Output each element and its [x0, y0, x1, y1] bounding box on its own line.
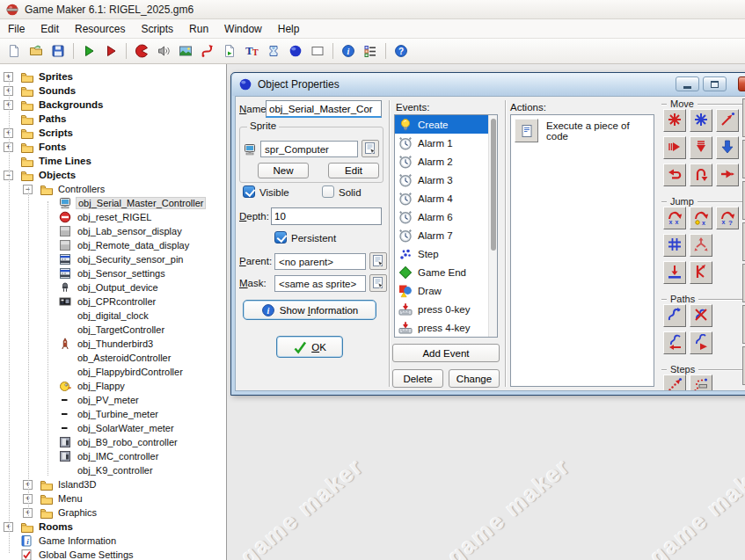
- font-button[interactable]: TT: [241, 40, 262, 62]
- move-fixed-action-button[interactable]: [663, 109, 686, 132]
- tree-item[interactable]: obj_IMC_controller: [0, 449, 226, 463]
- ok-button[interactable]: OK: [276, 336, 343, 358]
- sound-button[interactable]: [153, 40, 174, 62]
- tree-item[interactable]: Time Lines: [0, 154, 226, 168]
- tree-item[interactable]: −Controllers: [0, 182, 226, 196]
- tree-item[interactable]: +Sounds: [0, 84, 226, 98]
- parent-menu-button[interactable]: [369, 252, 387, 270]
- jump-random-action-button[interactable]: x?: [716, 207, 739, 229]
- event-item[interactable]: Alarm 2: [395, 152, 497, 171]
- minimize-button[interactable]: [676, 76, 699, 91]
- tree-item[interactable]: obj_Security_sensor_pin: [0, 252, 226, 266]
- menu-window[interactable]: Window: [216, 20, 270, 38]
- tree-item[interactable]: obj_Sensor_settings: [0, 266, 226, 280]
- persistent-checkbox[interactable]: [274, 231, 287, 244]
- delete-event-button[interactable]: Delete: [392, 369, 443, 388]
- tree-item[interactable]: +Rooms: [0, 520, 226, 534]
- snap-grid-action-button[interactable]: [663, 234, 686, 257]
- jump-position-action-button[interactable]: xx: [663, 207, 686, 229]
- tree-item[interactable]: obj_PV_meter: [0, 393, 226, 407]
- wrap-screen-action-button[interactable]: [690, 234, 712, 257]
- maximize-button[interactable]: [703, 76, 727, 91]
- bounce-action-button[interactable]: [690, 261, 712, 284]
- visible-checkbox[interactable]: [243, 185, 255, 198]
- event-item[interactable]: Alarm 7: [395, 226, 497, 244]
- step-towards-action-button[interactable]: [663, 375, 686, 391]
- tree-item[interactable]: obj_K9_controller: [0, 463, 226, 477]
- close-button[interactable]: [738, 76, 745, 91]
- tree-item[interactable]: +Fonts: [0, 140, 226, 154]
- tree-item[interactable]: Global Game Settings: [0, 548, 226, 560]
- tree-item[interactable]: obj_digital_clock: [0, 309, 226, 323]
- tree-item[interactable]: obj_CPRcontroller: [0, 295, 226, 309]
- new-sprite-button[interactable]: New: [258, 163, 309, 178]
- parent-field[interactable]: <no parent>: [274, 253, 366, 270]
- tree-item[interactable]: obj_Remote_data_display: [0, 238, 226, 252]
- show-information-button[interactable]: i Show Information: [243, 300, 376, 320]
- tree-item[interactable]: obj_Lab_sensor_display: [0, 224, 226, 238]
- help-button[interactable]: ?: [391, 40, 412, 62]
- menu-scripts[interactable]: Scripts: [133, 20, 181, 38]
- background-button[interactable]: [175, 40, 196, 62]
- event-item[interactable]: Step: [395, 244, 497, 263]
- move-contact-action-button[interactable]: [663, 261, 686, 284]
- move-towards-action-button[interactable]: [716, 109, 739, 132]
- tree-item[interactable]: +Sprites: [0, 69, 226, 84]
- speed-horizontal-action-button[interactable]: [663, 136, 686, 159]
- path-button[interactable]: [197, 40, 218, 62]
- menu-help[interactable]: Help: [270, 20, 308, 38]
- tree-item[interactable]: obj_reset_RIGEL: [0, 210, 226, 224]
- run-debug-button[interactable]: [100, 40, 121, 62]
- timeline-button[interactable]: [263, 40, 284, 62]
- mask-field[interactable]: <same as sprite>: [274, 275, 366, 292]
- event-item[interactable]: press 0-key: [395, 300, 497, 318]
- dialog-titlebar[interactable]: Object Properties: [232, 73, 745, 96]
- move-free-action-button[interactable]: [690, 109, 712, 132]
- event-item[interactable]: Alarm 4: [395, 189, 497, 207]
- sprite-menu-button[interactable]: [362, 140, 379, 157]
- tree-item[interactable]: obj_B9_robo_controller: [0, 435, 226, 449]
- tree-item[interactable]: obj_SolarWater_meter: [0, 421, 226, 435]
- event-item[interactable]: Alarm 3: [395, 171, 497, 189]
- tree-item[interactable]: obj_Thunderbird3: [0, 337, 226, 351]
- change-event-button[interactable]: Change: [449, 369, 500, 388]
- sprite-button[interactable]: [131, 40, 152, 62]
- event-item[interactable]: Create: [395, 115, 497, 134]
- gravity-action-button[interactable]: [716, 136, 739, 159]
- tree-item[interactable]: iGame Information: [0, 534, 226, 548]
- event-item[interactable]: Draw: [395, 281, 497, 300]
- jump-start-action-button[interactable]: x: [690, 207, 712, 229]
- event-item[interactable]: Alarm 6: [395, 207, 497, 226]
- name-input[interactable]: [266, 100, 382, 118]
- depth-input[interactable]: [271, 207, 382, 225]
- tree-item[interactable]: Paths: [0, 112, 226, 126]
- speed-vertical-action-button[interactable]: [690, 136, 712, 159]
- add-event-button[interactable]: Add Event: [392, 344, 500, 362]
- tree-item[interactable]: obj_Turbine_meter: [0, 407, 226, 421]
- tree-item[interactable]: obj_FlappybirdController: [0, 365, 226, 379]
- run-button[interactable]: [78, 40, 99, 62]
- scrollbar-thumb[interactable]: [491, 119, 496, 251]
- tree-item[interactable]: +Backgrounds: [0, 98, 226, 112]
- new-file-button[interactable]: [4, 40, 25, 62]
- path-speed-action-button[interactable]: [690, 331, 712, 354]
- object-button[interactable]: [285, 40, 306, 62]
- menu-edit[interactable]: Edit: [33, 20, 67, 38]
- tree-item[interactable]: +Menu: [0, 491, 226, 505]
- mask-menu-button[interactable]: [369, 274, 387, 292]
- tree-item[interactable]: obj_Serial_Master_Controller: [0, 196, 226, 210]
- edit-sprite-button[interactable]: Edit: [328, 163, 379, 178]
- tree-item[interactable]: ob_AsteroidController: [0, 351, 226, 365]
- path-set-action-button[interactable]: [663, 304, 686, 327]
- path-position-action-button[interactable]: [663, 331, 686, 354]
- tree-item[interactable]: +Graphics: [0, 505, 226, 520]
- game-info-button[interactable]: i: [338, 40, 359, 62]
- menu-run[interactable]: Run: [181, 20, 216, 38]
- open-button[interactable]: [26, 40, 47, 62]
- event-item[interactable]: Alarm 1: [395, 134, 497, 152]
- save-button[interactable]: [47, 40, 69, 62]
- tree-item[interactable]: +Scripts: [0, 126, 226, 140]
- events-scrollbar[interactable]: [488, 115, 497, 337]
- event-item[interactable]: press 4-key: [395, 318, 497, 337]
- tree-item[interactable]: obj_Flappy: [0, 379, 226, 393]
